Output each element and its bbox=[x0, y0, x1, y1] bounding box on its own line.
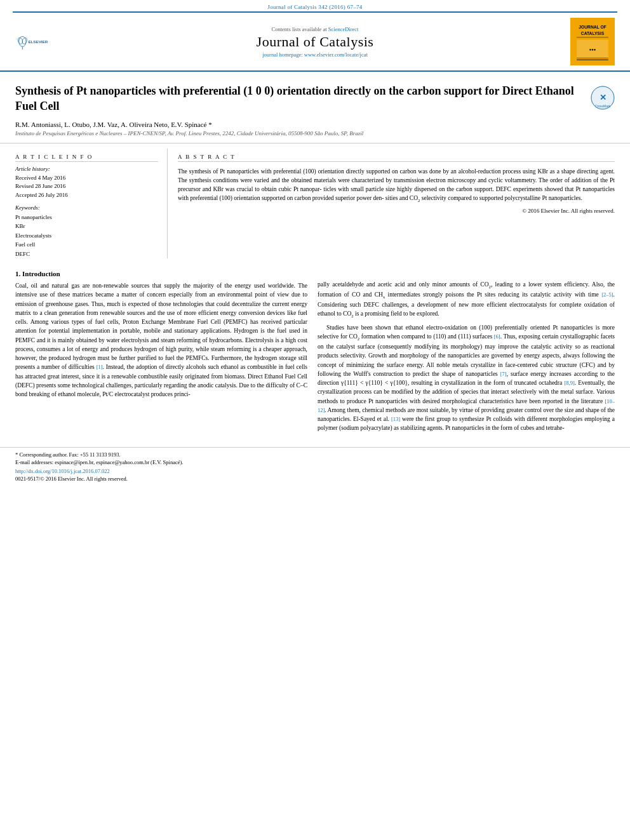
svg-text:✕: ✕ bbox=[600, 93, 607, 102]
elsevier-logo: ELSEVIER bbox=[15, 32, 60, 52]
elsevier-logo-svg: ELSEVIER bbox=[15, 32, 58, 52]
journal-header: ELSEVIER Contents lists available at Sci… bbox=[0, 13, 630, 72]
journal-citation: Journal of Catalysis 342 (2016) 67–74 bbox=[267, 4, 362, 10]
corresponding-note: * Corresponding author. Fax: +55 11 3133… bbox=[15, 451, 615, 458]
science-direct-link[interactable]: ScienceDirect bbox=[328, 26, 359, 32]
ref-7: [7] bbox=[500, 371, 507, 377]
copyright-notice: © 2016 Elsevier Inc. All rights reserved… bbox=[178, 208, 615, 214]
abstract-label: A B S T R A C T bbox=[178, 154, 615, 162]
keyword-1: Pt nanoparticles bbox=[15, 213, 158, 222]
article-title-row: Synthesis of Pt nanoparticles with prefe… bbox=[15, 83, 615, 114]
affiliation: Instituto de Pesquisas Energéticas e Nuc… bbox=[15, 130, 615, 137]
contents-available: Contents lists available at ScienceDirec… bbox=[60, 26, 570, 32]
svg-text:JOURNAL OF: JOURNAL OF bbox=[579, 25, 606, 29]
keywords-section: Keywords: Pt nanoparticles KBr Electroca… bbox=[15, 204, 158, 258]
intro-para-3: Studies have been shown that ethanol ele… bbox=[318, 323, 615, 433]
article-info-col: A R T I C L E I N F O Article history: R… bbox=[15, 149, 168, 258]
journal-logo-box: JOURNAL OF CATALYSIS ●●● bbox=[570, 18, 615, 65]
keyword-5: DEFC bbox=[15, 250, 158, 258]
accepted-date: Accepted 26 July 2016 bbox=[15, 191, 158, 200]
intro-para-2: pally acetaldehyde and acetic acid and o… bbox=[318, 280, 615, 319]
journal-top-bar: Journal of Catalysis 342 (2016) 67–74 bbox=[0, 0, 630, 11]
journal-header-center: Contents lists available at ScienceDirec… bbox=[60, 26, 570, 58]
ref-8-9: [8,9] bbox=[564, 380, 574, 386]
info-abstract-section: A R T I C L E I N F O Article history: R… bbox=[0, 149, 630, 258]
intro-text-left: Coal, oil and natural gas are non-renewa… bbox=[15, 281, 307, 399]
keyword-3: Electrocatalysts bbox=[15, 231, 158, 240]
main-body: 1. Introduction Coal, oil and natural ga… bbox=[0, 258, 630, 437]
ref-2-5: [2–5] bbox=[601, 291, 613, 298]
svg-text:●●●: ●●● bbox=[589, 48, 596, 51]
svg-point-3 bbox=[22, 37, 28, 44]
authors: R.M. Antoniassi, L. Otubo, J.M. Vaz, A. … bbox=[15, 121, 615, 128]
introduction-heading: 1. Introduction bbox=[15, 270, 307, 277]
journal-homepage: journal homepage: www.elsevier.com/locat… bbox=[60, 51, 570, 58]
doi-link[interactable]: http://dx.doi.org/10.1016/j.jcat.2016.07… bbox=[15, 468, 615, 474]
footer: * Corresponding author. Fax: +55 11 3133… bbox=[0, 447, 630, 486]
abstract-text: The synthesis of Pt nanoparticles with p… bbox=[178, 167, 615, 204]
article-title: Synthesis of Pt nanoparticles with prefe… bbox=[15, 83, 583, 114]
ref-10-12: [10–12] bbox=[318, 398, 615, 413]
intro-text-right: pally acetaldehyde and acetic acid and o… bbox=[318, 280, 615, 433]
journal-title-main: Journal of Catalysis bbox=[60, 34, 570, 50]
crossmark-icon[interactable]: ✕ CrossMark bbox=[591, 86, 615, 111]
keyword-2: KBr bbox=[15, 222, 158, 230]
keywords-label: Keywords: bbox=[15, 204, 158, 211]
article-info-label: A R T I C L E I N F O bbox=[15, 154, 158, 162]
intro-para-1: Coal, oil and natural gas are non-renewa… bbox=[15, 281, 307, 399]
keyword-4: Fuel cell bbox=[15, 240, 158, 249]
svg-text:CrossMark: CrossMark bbox=[595, 104, 611, 108]
svg-text:CATALYSIS: CATALYSIS bbox=[581, 31, 605, 36]
body-left-col: 1. Introduction Coal, oil and natural ga… bbox=[15, 267, 307, 437]
revised-date: Revised 28 June 2016 bbox=[15, 182, 158, 191]
ref-1: [1] bbox=[97, 364, 103, 370]
ref-6: [6] bbox=[494, 333, 500, 340]
abstract-col: A B S T R A C T The synthesis of Pt nano… bbox=[178, 149, 615, 258]
svg-text:ELSEVIER: ELSEVIER bbox=[28, 39, 48, 43]
email-note: E-mail addresses: espinace@ipen.br, espi… bbox=[15, 459, 615, 465]
ref-13: [13] bbox=[391, 416, 400, 422]
received-date: Received 4 May 2016 bbox=[15, 174, 158, 183]
history-label: Article history: bbox=[15, 166, 158, 172]
body-right-col: pally acetaldehyde and acetic acid and o… bbox=[318, 267, 615, 437]
article-section: Synthesis of Pt nanoparticles with prefe… bbox=[0, 72, 630, 143]
catalysis-logo-svg: JOURNAL OF CATALYSIS ●●● bbox=[573, 20, 612, 63]
footer-copyright: 0021-9517/© 2016 Elsevier Inc. All right… bbox=[15, 476, 615, 482]
